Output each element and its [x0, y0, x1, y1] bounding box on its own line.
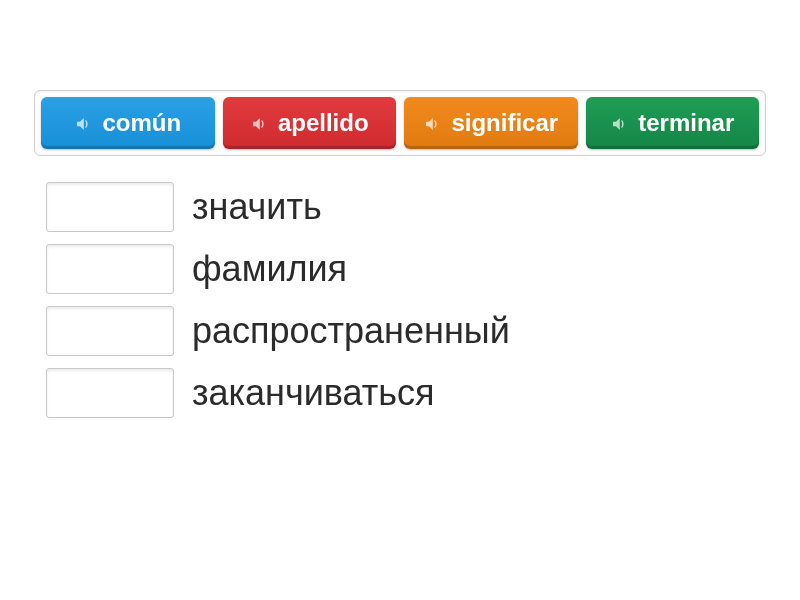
pair-row: заканчиваться — [46, 368, 766, 418]
tile-label: apellido — [278, 109, 369, 137]
audio-icon[interactable] — [250, 115, 268, 133]
drop-slot[interactable] — [46, 368, 174, 418]
drop-slot[interactable] — [46, 182, 174, 232]
pair-label: заканчиваться — [192, 372, 435, 414]
pair-row: значить — [46, 182, 766, 232]
pair-label: распространенный — [192, 310, 510, 352]
tile-label: común — [102, 109, 181, 137]
pair-label: значить — [192, 186, 322, 228]
word-tile-significar[interactable]: significar — [404, 97, 578, 149]
pair-row: фамилия — [46, 244, 766, 294]
audio-icon[interactable] — [74, 115, 92, 133]
pairs-list: значить фамилия распространенный заканчи… — [34, 182, 766, 418]
word-tile-comun[interactable]: común — [41, 97, 215, 149]
tile-label: terminar — [638, 109, 734, 137]
word-tile-terminar[interactable]: terminar — [586, 97, 760, 149]
tile-bar: común apellido significar terminar — [34, 90, 766, 156]
drop-slot[interactable] — [46, 244, 174, 294]
audio-icon[interactable] — [610, 115, 628, 133]
word-tile-apellido[interactable]: apellido — [223, 97, 397, 149]
pair-label: фамилия — [192, 248, 347, 290]
pair-row: распространенный — [46, 306, 766, 356]
tile-label: significar — [451, 109, 558, 137]
match-activity: común apellido significar terminar значи… — [0, 0, 800, 418]
audio-icon[interactable] — [423, 115, 441, 133]
drop-slot[interactable] — [46, 306, 174, 356]
